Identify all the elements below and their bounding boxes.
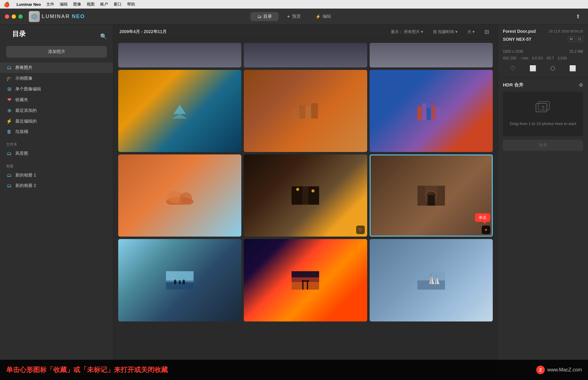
photo-item-canyon[interactable]	[118, 154, 241, 237]
photo-item[interactable]	[118, 43, 241, 67]
photo-item-beach[interactable]	[118, 239, 241, 321]
svg-point-19	[311, 189, 315, 192]
file-info-section: Forest Door.psd 29 12月 2016 08:56:20 SON…	[498, 25, 588, 78]
filter-dropdown[interactable]: 显示： 所有照片 ▾	[388, 28, 426, 36]
svg-rect-34	[302, 280, 309, 282]
file-dimensions: 1920 x 1536	[503, 49, 523, 54]
sidebar-item-album1[interactable]: 🗂 新的相册 1	[0, 170, 113, 180]
sidebar-item-trash[interactable]: 🗑 垃圾桶	[0, 127, 113, 137]
svg-marker-2	[174, 105, 186, 114]
maximize-button[interactable]	[18, 14, 23, 19]
svg-point-26	[174, 279, 176, 284]
sidebar-item-album2[interactable]: 🗂 新的相册 2	[0, 180, 113, 191]
sidebar-nav-section: 🗂 所有照片 🎓 示例图像 ⊞ 单个图像编辑 ❤ 收藏夹 ⊕ 最近添加的 ⚡ 最	[0, 63, 113, 139]
file-action-3[interactable]: ⬡	[549, 64, 556, 73]
sidebar-item-all-photos[interactable]: 🗂 所有照片	[0, 63, 113, 73]
photo-item-alley[interactable]: ♡	[244, 154, 367, 237]
sidebar-item-favorites-label: 收藏夹	[15, 97, 28, 103]
photo-alley-placeholder	[244, 154, 367, 237]
hdr-merge-button[interactable]: 合并	[503, 140, 583, 151]
sidebar-item-recently-edited[interactable]: ⚡ 最近编辑的	[0, 116, 113, 127]
menu-image[interactable]: 图像	[73, 2, 81, 7]
file-size: 25.2 MB	[569, 49, 583, 54]
single-edit-icon: ⊞	[6, 86, 12, 92]
menu-account[interactable]: 账户	[100, 2, 108, 7]
menu-view[interactable]: 视图	[87, 2, 95, 7]
sidebar-item-recently-added[interactable]: ⊕ 最近添加的	[0, 105, 113, 116]
photo-grid-container: ♡ ♥ 单击	[113, 39, 498, 380]
svg-rect-7	[311, 103, 318, 119]
close-button[interactable]	[5, 14, 9, 19]
photo-item-colorful[interactable]	[370, 70, 493, 152]
file-name: Forest Door.psd	[503, 29, 536, 34]
hdr-settings-button[interactable]: ⚙	[579, 82, 583, 88]
bottom-banner-logo: Z www.MacZ.com	[536, 366, 582, 374]
minimize-button[interactable]	[12, 14, 16, 19]
menu-bar: 🍎 Luminar Neo 文件 编辑 图像 视图 账户 窗口 帮助	[0, 0, 588, 9]
svg-rect-17	[302, 186, 308, 205]
photo-item[interactable]	[370, 43, 493, 67]
exif-row: ISO 200 - mm 0.0 EV f/0.7 1/100	[503, 56, 583, 60]
svg-rect-10	[427, 108, 431, 120]
sidebar: 目录 🔍 添加照片 🗂 所有照片 🎓 示例图像 ⊞ 单个图像编辑 ❤ 收藏夹 ⊕	[0, 25, 113, 380]
file-heart-button[interactable]: ♡	[509, 63, 517, 73]
sidebar-item-single-edit[interactable]: ⊞ 单个图像编辑	[0, 84, 113, 94]
content-toolbar: 2009年4月 - 2022年11月 显示： 所有照片 ▾ 按 拍摄时间 ▾ 大…	[113, 25, 498, 39]
svg-rect-32	[302, 280, 303, 290]
size-dropdown[interactable]: 大 ▾	[465, 28, 477, 36]
album1-icon: 🗂	[6, 173, 12, 178]
svg-rect-31	[292, 282, 319, 290]
photo-item-archway[interactable]: ♥ 单击	[370, 154, 493, 237]
svg-point-15	[180, 192, 192, 203]
sidebar-item-sample-images[interactable]: 🎓 示例图像	[0, 73, 113, 84]
exif-iso: ISO 200	[503, 56, 516, 60]
svg-rect-8	[417, 106, 422, 120]
photo-item-town[interactable]	[244, 70, 367, 152]
tab-edit[interactable]: ⚡ 编辑	[309, 12, 338, 21]
add-photos-button[interactable]: 添加照片	[6, 46, 107, 58]
hdr-drop-zone[interactable]: Drag from 1 to 10 photos here to start	[503, 92, 583, 136]
svg-rect-11	[432, 105, 435, 120]
file-copy-button[interactable]: ⬜	[528, 64, 537, 73]
size-label: 大	[467, 29, 471, 35]
menu-edit[interactable]: 编辑	[60, 2, 68, 7]
badge-expand[interactable]: ⊡	[576, 36, 583, 42]
file-action-4[interactable]: ⬜	[568, 64, 577, 73]
sort-label: 按 拍摄时间	[433, 29, 454, 35]
sidebar-search-button[interactable]: 🔍	[100, 33, 107, 40]
photo-item[interactable]	[244, 43, 367, 67]
tab-catalog[interactable]: 🗂 目录	[251, 12, 279, 21]
exif-mm: - mm	[520, 56, 528, 60]
photo-item-sunset[interactable]	[244, 239, 367, 321]
menu-app-name[interactable]: Luminar Neo	[17, 2, 41, 7]
sidebar-item-recently-edited-label: 最近编辑的	[15, 119, 37, 124]
logo-luminar-text: LUMINAR	[42, 13, 70, 20]
menu-help[interactable]: 帮助	[127, 2, 135, 7]
photo-archway-heart-button[interactable]: ♥ 单击	[482, 226, 490, 234]
bottom-banner: 单击心形图标「收藏」或「未标记」来打开或关闭收藏 Z www.MacZ.com	[0, 360, 588, 380]
size-chevron-icon: ▾	[473, 29, 475, 34]
hdr-title: HDR 合并	[503, 82, 523, 88]
photo-heart-button[interactable]: ♡	[356, 226, 365, 234]
file-name-row: Forest Door.psd 29 12月 2016 08:56:20	[503, 29, 583, 34]
photo-iceberg-placeholder	[118, 70, 241, 152]
hdr-header: HDR 合并 ⚙	[503, 82, 583, 88]
svg-rect-9	[422, 103, 426, 120]
view-toggle-button[interactable]: ⊟	[482, 27, 492, 36]
main-layout: 目录 🔍 添加照片 🗂 所有照片 🎓 示例图像 ⊞ 单个图像编辑 ❤ 收藏夹 ⊕	[0, 25, 588, 380]
file-dims-row: 1920 x 1536 25.2 MB	[503, 49, 583, 54]
share-button[interactable]: ⬆	[573, 12, 583, 21]
photo-item-sailboat[interactable]	[370, 239, 493, 321]
tab-presets[interactable]: ✦ 预置	[280, 12, 307, 21]
hdr-drop-text: Drag from 1 to 10 photos here to start	[510, 121, 576, 127]
menu-file[interactable]: 文件	[46, 2, 54, 7]
sidebar-item-favorites[interactable]: ❤ 收藏夹	[0, 94, 113, 105]
sort-dropdown[interactable]: 按 拍摄时间 ▾	[431, 28, 460, 36]
exif-ev: 0.0 EV	[532, 56, 543, 60]
apple-logo: 🍎	[4, 2, 10, 7]
sidebar-item-landscape[interactable]: 🗂 风景图	[0, 148, 113, 159]
all-photos-icon: 🗂	[6, 65, 12, 70]
menu-window[interactable]: 窗口	[114, 2, 122, 7]
photo-archway-placeholder	[370, 154, 493, 237]
photo-item-iceberg[interactable]	[118, 70, 241, 152]
